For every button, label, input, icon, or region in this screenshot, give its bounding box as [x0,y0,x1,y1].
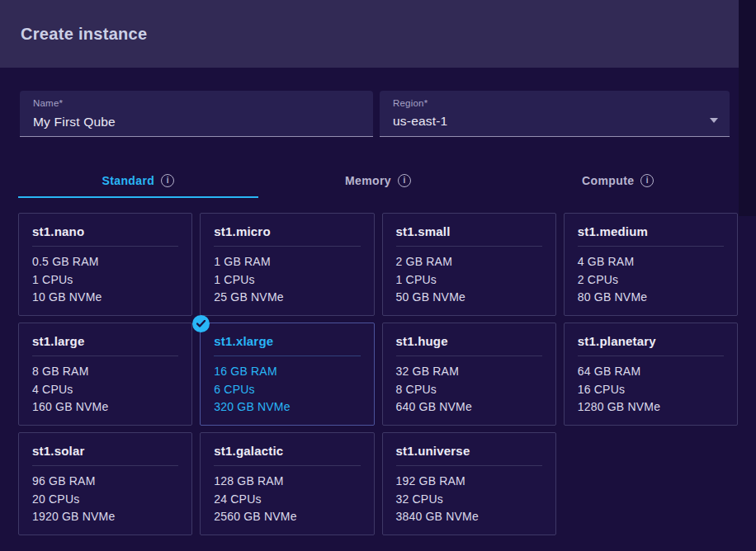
plan-name: st1.galactic [214,444,360,466]
plan-card-st1.universe[interactable]: st1.universe192 GB RAM32 CPUs3840 GB NVM… [382,432,556,535]
plan-spec-line: 2 CPUs [578,271,724,290]
plan-spec-line: 80 GB NVMe [578,289,724,307]
plan-spec-line: 320 GB NVMe [214,398,360,417]
info-icon[interactable]: i [161,174,174,187]
plan-card-st1.medium[interactable]: st1.medium4 GB RAM2 CPUs80 GB NVMe [564,213,738,316]
plan-name: st1.huge [396,334,542,356]
plan-spec-line: 640 GB NVMe [396,398,542,417]
tab-compute[interactable]: Computei [498,163,738,198]
page-title: Create instance [21,25,147,44]
plan-spec-line: 32 GB RAM [396,363,542,381]
plan-spec-line: 1280 GB NVMe [578,398,724,417]
plan-specs: 2 GB RAM1 CPUs50 GB NVMe [396,253,542,307]
region-select[interactable]: Region* us-east-1 [380,91,730,137]
plan-card-st1.xlarge[interactable]: st1.xlarge16 GB RAM6 CPUs320 GB NVMe [200,323,374,426]
plan-spec-line: 6 CPUs [214,381,360,399]
region-field-label: Region* [393,98,428,108]
tab-standard[interactable]: Standardi [18,163,258,198]
plan-specs: 4 GB RAM2 CPUs80 GB NVMe [578,253,724,307]
plan-spec-line: 192 GB RAM [396,473,542,491]
selected-check-icon [192,315,210,332]
plan-card-st1.large[interactable]: st1.large8 GB RAM4 CPUs160 GB NVMe [18,323,192,426]
plan-specs: 16 GB RAM6 CPUs320 GB NVMe [214,363,360,417]
plan-spec-line: 16 GB RAM [214,363,360,381]
plan-spec-line: 160 GB NVMe [32,398,178,417]
plan-card-st1.nano[interactable]: st1.nano0.5 GB RAM1 CPUs10 GB NVMe [18,213,192,316]
plan-card-st1.micro[interactable]: st1.micro1 GB RAM1 CPUs25 GB NVMe [200,213,374,316]
plan-spec-line: 1 CPUs [32,271,178,290]
plan-spec-line: 1 CPUs [214,271,360,290]
plan-name: st1.large [32,334,178,356]
plan-specs: 8 GB RAM4 CPUs160 GB NVMe [32,363,178,417]
plan-spec-line: 8 CPUs [396,381,542,399]
plan-name: st1.solar [32,444,178,466]
plan-specs: 0.5 GB RAM1 CPUs10 GB NVMe [32,253,178,307]
plan-spec-line: 16 CPUs [578,381,724,399]
plan-card-st1.solar[interactable]: st1.solar96 GB RAM20 CPUs1920 GB NVMe [18,432,192,535]
plan-spec-line: 2 GB RAM [396,253,542,271]
create-instance-page: { "header": { "title": "Create instance"… [0,0,756,551]
plan-card-grid: st1.nano0.5 GB RAM1 CPUs10 GB NVMest1.mi… [18,213,738,535]
tab-label: Memory [345,174,391,187]
name-field[interactable]: Name* [20,91,373,137]
plan-specs: 1 GB RAM1 CPUs25 GB NVMe [214,253,360,307]
plan-name: st1.nano [32,224,178,247]
plan-specs: 32 GB RAM8 CPUs640 GB NVMe [396,363,542,417]
active-tab-indicator [18,196,258,198]
plan-spec-line: 64 GB RAM [578,363,724,381]
plan-spec-line: 8 GB RAM [32,363,178,381]
plan-spec-line: 24 CPUs [214,491,360,509]
plan-spec-line: 50 GB NVMe [396,289,542,307]
tab-label: Compute [582,174,634,187]
plan-spec-line: 128 GB RAM [214,473,360,491]
page-header: Create instance [0,0,739,68]
info-icon[interactable]: i [398,174,411,187]
plan-name: st1.universe [396,444,542,466]
plan-spec-line: 1 CPUs [396,271,542,290]
plan-card-st1.small[interactable]: st1.small2 GB RAM1 CPUs50 GB NVMe [382,213,556,316]
region-selected-value: us-east-1 [393,114,447,129]
name-field-label: Name* [33,98,63,108]
plan-specs: 64 GB RAM16 CPUs1280 GB NVMe [578,363,724,417]
page-edge-gutter [739,0,756,216]
plan-spec-line: 25 GB NVMe [214,289,360,307]
plan-spec-line: 3840 GB NVMe [396,508,542,526]
plan-spec-line: 4 GB RAM [578,253,724,271]
tab-label: Standard [102,174,154,187]
plan-spec-line: 20 CPUs [32,491,178,509]
plan-card-st1.planetary[interactable]: st1.planetary64 GB RAM16 CPUs1280 GB NVM… [564,323,738,426]
plan-name: st1.micro [214,224,360,247]
plan-name: st1.planetary [578,334,724,356]
plan-name: st1.small [396,224,542,247]
plan-spec-line: 96 GB RAM [32,473,178,491]
plan-name: st1.medium [578,224,724,247]
plan-spec-line: 10 GB NVMe [32,289,178,307]
plan-name: st1.xlarge [214,334,360,356]
plan-specs: 128 GB RAM24 CPUs2560 GB NVMe [214,473,360,526]
plan-specs: 96 GB RAM20 CPUs1920 GB NVMe [32,473,178,526]
plan-spec-line: 2560 GB NVMe [214,508,360,526]
plan-spec-line: 0.5 GB RAM [32,253,178,271]
plan-spec-line: 1 GB RAM [214,253,360,271]
chevron-down-icon [710,118,718,123]
name-input[interactable] [33,113,360,131]
plan-spec-line: 32 CPUs [396,491,542,509]
plan-card-st1.huge[interactable]: st1.huge32 GB RAM8 CPUs640 GB NVMe [382,323,556,426]
plan-specs: 192 GB RAM32 CPUs3840 GB NVMe [396,473,542,526]
plan-spec-line: 4 CPUs [32,381,178,399]
info-icon[interactable]: i [640,174,654,187]
plan-type-tabs: StandardiMemoryiComputei [18,163,738,198]
plan-card-st1.galactic[interactable]: st1.galactic128 GB RAM24 CPUs2560 GB NVM… [200,432,374,535]
tab-memory[interactable]: Memoryi [258,163,498,198]
plan-spec-line: 1920 GB NVMe [32,508,178,526]
